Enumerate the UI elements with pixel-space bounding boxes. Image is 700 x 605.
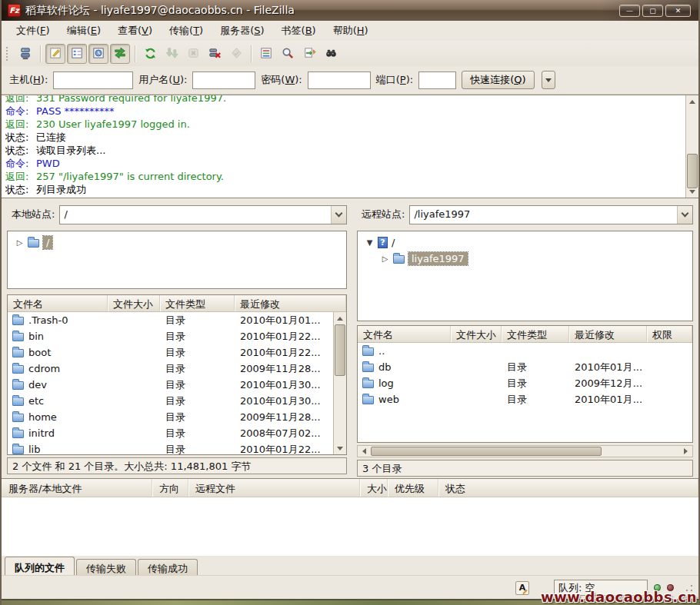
queue-tab[interactable]: 传输失败 bbox=[76, 559, 136, 575]
scroll-up-icon[interactable] bbox=[334, 312, 346, 324]
directory-comparison-icon[interactable] bbox=[278, 44, 298, 64]
toggle-transfer-queue-icon[interactable] bbox=[110, 44, 130, 64]
quickconnect-dropdown-button[interactable] bbox=[542, 71, 555, 89]
folder-icon bbox=[362, 347, 374, 356]
synchronized-browsing-icon[interactable] bbox=[299, 44, 319, 64]
remote-tree-item[interactable]: ▷ liyafe1997 bbox=[358, 251, 692, 267]
scroll-down-icon[interactable] bbox=[334, 443, 346, 454]
cancel-icon[interactable] bbox=[183, 44, 203, 64]
column-header-priority[interactable]: 优先级 bbox=[388, 479, 438, 497]
column-header-filesize[interactable]: 文件大小 bbox=[451, 326, 502, 342]
column-header-status[interactable]: 状态 bbox=[438, 479, 698, 497]
menu-item[interactable]: 传输(T) bbox=[161, 21, 212, 41]
remote-site-dropdown[interactable] bbox=[677, 206, 692, 224]
folder-icon bbox=[12, 333, 24, 341]
remote-list-rows: .. db 目录 2010年01月... log 目录 bbox=[358, 343, 692, 442]
process-queue-icon[interactable] bbox=[162, 44, 182, 64]
file-row[interactable]: .. bbox=[358, 343, 692, 359]
menu-item[interactable]: 书签(B) bbox=[273, 21, 325, 41]
expand-icon[interactable]: ▷ bbox=[15, 238, 24, 247]
expand-icon[interactable]: ▷ bbox=[381, 254, 389, 263]
host-input[interactable] bbox=[53, 71, 133, 89]
file-row[interactable]: dev 目录 2010年01月30... bbox=[8, 377, 333, 393]
local-site-path[interactable]: / bbox=[60, 206, 331, 224]
scroll-left-icon[interactable] bbox=[358, 446, 370, 457]
toggle-message-log-icon[interactable] bbox=[45, 44, 65, 64]
file-search-icon[interactable] bbox=[321, 44, 341, 64]
remote-site-combo[interactable]: /liyafe1997 bbox=[409, 205, 693, 224]
local-list-scrollbar[interactable] bbox=[333, 312, 346, 454]
username-label: 用户名(U): bbox=[138, 73, 187, 87]
column-header-size[interactable]: 大小 bbox=[360, 479, 388, 497]
local-tree-root[interactable]: ▷ / bbox=[8, 234, 346, 251]
remote-tree-root-label[interactable]: / bbox=[392, 237, 395, 248]
scroll-right-icon[interactable] bbox=[680, 446, 692, 457]
file-row[interactable]: cdrom 目录 2009年11月28... bbox=[8, 361, 333, 377]
local-tree-root-label[interactable]: / bbox=[43, 236, 52, 249]
file-row[interactable]: db 目录 2010年01月... bbox=[358, 359, 692, 375]
watermark: www.daocaobbs.cn bbox=[541, 589, 697, 605]
scroll-down-icon[interactable] bbox=[686, 186, 698, 198]
refresh-icon[interactable] bbox=[140, 44, 160, 64]
file-row[interactable]: web 目录 2010年01月... bbox=[358, 391, 692, 407]
local-site-dropdown[interactable] bbox=[331, 206, 346, 224]
log-line: 返回:257 "/liyafe1997" is current director… bbox=[5, 170, 682, 183]
file-row[interactable]: log 目录 2009年12月... bbox=[358, 375, 692, 391]
file-row[interactable]: etc 目录 2010年01月30... bbox=[8, 393, 333, 409]
scrollbar-thumb[interactable] bbox=[371, 447, 602, 456]
scroll-up-icon[interactable] bbox=[686, 95, 698, 107]
reconnect-icon[interactable] bbox=[226, 44, 246, 64]
file-row[interactable]: boot 目录 2010年01月22... bbox=[8, 344, 333, 361]
directory-listing-filter-icon[interactable] bbox=[256, 44, 276, 64]
column-header-filetype[interactable]: 文件类型 bbox=[160, 295, 235, 311]
site-manager-icon[interactable] bbox=[15, 44, 35, 64]
menu-item[interactable]: 文件(F) bbox=[8, 21, 58, 41]
toggle-remote-tree-icon[interactable] bbox=[88, 44, 108, 64]
quickconnect-button[interactable]: 快速连接(Q) bbox=[462, 71, 534, 89]
toggle-local-tree-icon[interactable] bbox=[67, 44, 87, 64]
minimize-button[interactable]: — bbox=[619, 5, 640, 17]
file-row[interactable]: initrd 目录 2008年07月02... bbox=[8, 425, 333, 441]
maximize-button[interactable]: ▢ bbox=[642, 5, 663, 17]
close-button[interactable]: ✕ bbox=[665, 5, 691, 17]
scrollbar-thumb[interactable] bbox=[335, 324, 345, 376]
log-scrollbar[interactable] bbox=[685, 95, 698, 198]
transfer-type-icon[interactable]: A bbox=[515, 581, 529, 595]
menu-item[interactable]: 服务器(S) bbox=[212, 21, 272, 41]
collapse-icon[interactable]: ▼ bbox=[365, 238, 374, 247]
remote-tree-root[interactable]: ▼ ? / bbox=[358, 234, 692, 251]
column-header-filename[interactable]: 文件名 bbox=[358, 326, 451, 342]
disconnect-icon[interactable] bbox=[205, 44, 225, 64]
queue-tabs: 队列的文件传输失败传输成功 bbox=[2, 556, 698, 575]
file-row[interactable]: .Trash-0 目录 2010年01月01... bbox=[8, 312, 333, 328]
menu-item[interactable]: 帮助(H) bbox=[325, 21, 377, 41]
menu-item[interactable]: 查看(V) bbox=[109, 21, 161, 41]
column-header-modified[interactable]: 最近修改 bbox=[569, 326, 647, 342]
file-row[interactable]: lib 目录 2010年01月22... bbox=[8, 441, 333, 454]
column-header-direction[interactable]: 方向 bbox=[152, 479, 188, 497]
column-header-server-local-file[interactable]: 服务器/本地文件 bbox=[2, 479, 152, 497]
column-header-filesize[interactable]: 文件大小 bbox=[108, 295, 160, 311]
remote-site-path[interactable]: /liyafe1997 bbox=[410, 206, 677, 224]
unknown-folder-icon: ? bbox=[378, 237, 388, 248]
toolbar-grip[interactable] bbox=[6, 47, 10, 61]
column-header-modified[interactable]: 最近修改 bbox=[235, 295, 346, 311]
column-header-remote-file[interactable]: 远程文件 bbox=[188, 479, 360, 497]
column-header-filename[interactable]: 文件名 bbox=[8, 295, 108, 311]
scrollbar-thumb[interactable] bbox=[687, 154, 698, 188]
local-status-text: 2 个文件 和 21 个目录。大小总共: 11,481,801 字节 bbox=[7, 457, 347, 474]
file-row[interactable]: home 目录 2009年11月28... bbox=[8, 409, 333, 425]
queue-tab[interactable]: 传输成功 bbox=[138, 559, 198, 575]
file-row[interactable]: bin 目录 2010年01月22... bbox=[8, 328, 333, 344]
local-site-combo[interactable]: / bbox=[59, 205, 347, 224]
column-header-filetype[interactable]: 文件类型 bbox=[502, 326, 569, 342]
port-input[interactable] bbox=[418, 71, 456, 89]
password-input[interactable] bbox=[308, 71, 371, 89]
username-input[interactable] bbox=[192, 71, 255, 89]
menu-item[interactable]: 编辑(E) bbox=[58, 21, 109, 41]
column-header-permissions[interactable]: 权限 bbox=[647, 326, 692, 342]
remote-site-label: 远程站点: bbox=[362, 208, 405, 221]
queue-tab[interactable]: 队列的文件 bbox=[5, 557, 75, 575]
remote-list-hscrollbar[interactable] bbox=[357, 445, 693, 457]
remote-tree-item-label[interactable]: liyafe1997 bbox=[408, 252, 468, 265]
